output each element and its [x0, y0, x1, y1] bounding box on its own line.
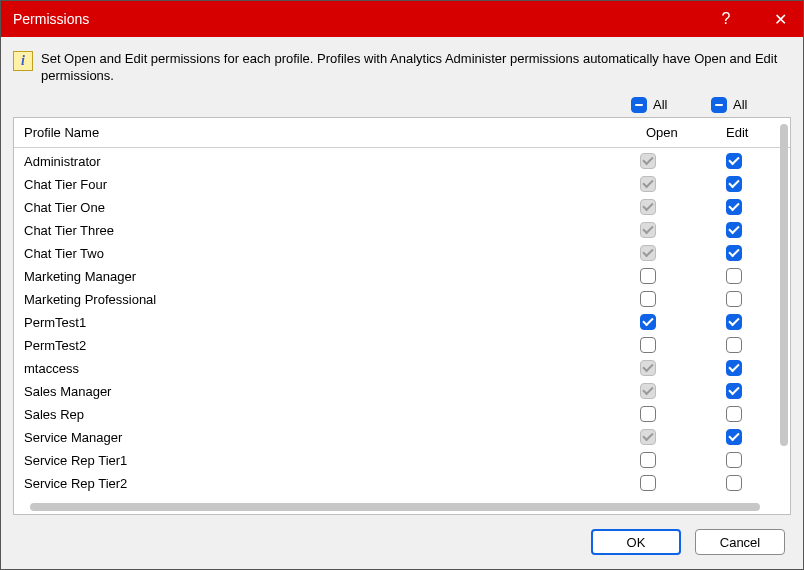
open-checkbox[interactable] [640, 268, 656, 284]
all-open-checkbox[interactable] [631, 97, 647, 113]
table-row: Chat Tier Four [14, 173, 790, 196]
edit-checkbox[interactable] [726, 314, 742, 330]
edit-checkbox[interactable] [726, 429, 742, 445]
edit-checkbox[interactable] [726, 176, 742, 192]
profiles-table: Profile Name Open Edit AdministratorChat… [13, 117, 791, 515]
profile-name: PermTest2 [18, 338, 634, 353]
table-row: Chat Tier Three [14, 219, 790, 242]
help-button[interactable]: ? [703, 1, 749, 37]
open-checkbox [640, 383, 656, 399]
header-open[interactable]: Open [646, 125, 726, 140]
close-icon: ✕ [774, 10, 787, 29]
window-title: Permissions [13, 11, 695, 27]
open-cell [634, 268, 720, 284]
edit-checkbox[interactable] [726, 337, 742, 353]
open-cell [634, 153, 720, 169]
dialog-content: i Set Open and Edit permissions for each… [1, 37, 803, 569]
edit-cell [720, 176, 786, 192]
table-row: Service Manager [14, 426, 790, 449]
edit-checkbox[interactable] [726, 360, 742, 376]
profile-name: Sales Manager [18, 384, 634, 399]
open-checkbox [640, 245, 656, 261]
edit-checkbox[interactable] [726, 268, 742, 284]
open-checkbox [640, 153, 656, 169]
table-row: Sales Rep [14, 403, 790, 426]
titlebar: Permissions ? ✕ [1, 1, 803, 37]
table-header: Profile Name Open Edit [14, 118, 790, 148]
table-row: Service Rep Tier2 [14, 472, 790, 495]
vertical-scroll-thumb[interactable] [780, 124, 788, 446]
edit-cell [720, 199, 786, 215]
header-edit[interactable]: Edit [726, 125, 786, 140]
edit-cell [720, 429, 786, 445]
table-row: Chat Tier Two [14, 242, 790, 265]
edit-cell [720, 245, 786, 261]
open-cell [634, 176, 720, 192]
table-scroll: Profile Name Open Edit AdministratorChat… [14, 118, 790, 500]
header-profile-name[interactable]: Profile Name [18, 125, 646, 140]
info-banner: i Set Open and Edit permissions for each… [13, 49, 791, 95]
open-cell [634, 452, 720, 468]
open-checkbox[interactable] [640, 291, 656, 307]
open-checkbox [640, 429, 656, 445]
open-checkbox [640, 222, 656, 238]
open-checkbox[interactable] [640, 452, 656, 468]
table-row: mtaccess [14, 357, 790, 380]
open-cell [634, 222, 720, 238]
horizontal-scroll-thumb[interactable] [30, 503, 760, 511]
dialog-permissions: Permissions ? ✕ i Set Open and Edit perm… [0, 0, 804, 570]
open-cell [634, 406, 720, 422]
all-row: All All [13, 95, 791, 117]
edit-checkbox[interactable] [726, 245, 742, 261]
profile-name: Chat Tier Three [18, 223, 634, 238]
edit-cell [720, 452, 786, 468]
open-checkbox[interactable] [640, 337, 656, 353]
help-icon: ? [722, 10, 731, 28]
edit-checkbox[interactable] [726, 222, 742, 238]
table-row: Sales Manager [14, 380, 790, 403]
edit-checkbox[interactable] [726, 383, 742, 399]
profile-name: PermTest1 [18, 315, 634, 330]
open-cell [634, 314, 720, 330]
open-cell [634, 291, 720, 307]
all-edit-label: All [733, 97, 747, 112]
open-checkbox [640, 199, 656, 215]
edit-cell [720, 406, 786, 422]
ok-button[interactable]: OK [591, 529, 681, 555]
vertical-scrollbar[interactable] [778, 120, 790, 486]
close-button[interactable]: ✕ [757, 1, 803, 37]
all-edit-checkbox[interactable] [711, 97, 727, 113]
edit-checkbox[interactable] [726, 406, 742, 422]
table-row: PermTest1 [14, 311, 790, 334]
edit-cell [720, 314, 786, 330]
profile-name: Chat Tier Four [18, 177, 634, 192]
profile-name: Service Manager [18, 430, 634, 445]
horizontal-scrollbar[interactable] [14, 500, 790, 514]
edit-checkbox[interactable] [726, 153, 742, 169]
profile-name: Marketing Professional [18, 292, 634, 307]
edit-cell [720, 360, 786, 376]
open-checkbox[interactable] [640, 406, 656, 422]
all-open-label: All [653, 97, 667, 112]
all-open-group: All [631, 97, 681, 113]
profile-name: mtaccess [18, 361, 634, 376]
all-edit-group: All [711, 97, 761, 113]
edit-checkbox[interactable] [726, 199, 742, 215]
open-checkbox [640, 176, 656, 192]
info-text: Set Open and Edit permissions for each p… [41, 51, 791, 85]
edit-checkbox[interactable] [726, 452, 742, 468]
edit-checkbox[interactable] [726, 291, 742, 307]
profile-name: Service Rep Tier2 [18, 476, 634, 491]
open-cell [634, 383, 720, 399]
open-cell [634, 199, 720, 215]
info-icon: i [13, 51, 33, 71]
cancel-button[interactable]: Cancel [695, 529, 785, 555]
table-row: Administrator [14, 150, 790, 173]
open-checkbox[interactable] [640, 314, 656, 330]
table-row: Marketing Professional [14, 288, 790, 311]
profile-name: Chat Tier One [18, 200, 634, 215]
profile-name: Chat Tier Two [18, 246, 634, 261]
edit-cell [720, 337, 786, 353]
open-checkbox[interactable] [640, 475, 656, 491]
edit-checkbox[interactable] [726, 475, 742, 491]
